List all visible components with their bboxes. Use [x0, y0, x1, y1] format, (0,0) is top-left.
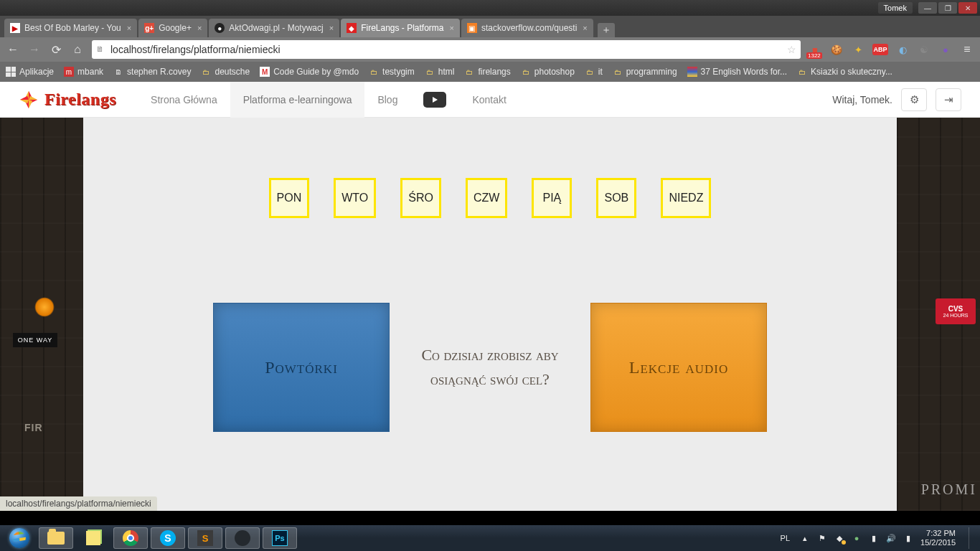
bookmark-mbank[interactable]: mmbank — [64, 67, 103, 77]
page-content: PON WTO ŚRO CZW PIĄ SOB NIEDZ Powtórki C… — [83, 118, 897, 511]
window-titlebar: Tomek — ❐ ✕ — [0, 0, 980, 16]
address-bar[interactable]: 🗎 ☆ — [92, 40, 801, 59]
logout-button[interactable]: ⇥ — [936, 88, 961, 111]
card-lekcje-audio[interactable]: Lekcje audio — [590, 303, 767, 432]
nav-contact[interactable]: Kontakt — [459, 82, 519, 118]
chrome-menu-button[interactable]: ≡ — [960, 42, 974, 57]
tray-app-icon[interactable]: ◆ — [834, 533, 844, 543]
close-icon[interactable]: × — [127, 24, 131, 32]
taskbar-photoshop[interactable]: Ps — [263, 527, 297, 549]
battery-icon[interactable]: ▮ — [903, 533, 913, 543]
page-viewport: ONE WAY FIR CVS 24 HOURS PROMI Firelangs… — [0, 82, 980, 511]
new-tab-button[interactable]: ＋ — [598, 23, 615, 37]
bookmark-label: firelangs — [478, 67, 510, 77]
extension-icon[interactable]: ✦ — [851, 42, 865, 57]
taskbar-skype[interactable]: S — [151, 527, 185, 549]
extension-icon[interactable]: 🍪 — [829, 42, 844, 57]
show-desktop-button[interactable] — [969, 527, 976, 549]
close-icon[interactable]: × — [197, 24, 202, 32]
cards-row: Powtórki Co dzisiaj zrobisz aby osiągnąć… — [83, 303, 897, 432]
gear-icon: ⚙ — [910, 93, 919, 106]
googleplus-notifier-icon[interactable]: ■1322 — [808, 42, 822, 57]
bookmark-folder-ksiazki[interactable]: 🗀Ksiazki o skuteczny... — [797, 67, 892, 77]
day-czw[interactable]: CZW — [466, 178, 507, 218]
tab-stackoverflow[interactable]: ▣ stackoverflow.com/questi × — [461, 19, 593, 37]
day-niedz[interactable]: NIEDZ — [661, 178, 711, 218]
bookmark-folder-html[interactable]: 🗀html — [425, 67, 455, 77]
bookmark-star-icon[interactable]: ☆ — [787, 44, 796, 55]
bookmark-label: Code Guide by @mdo — [273, 67, 359, 77]
day-pon[interactable]: PON — [269, 178, 310, 218]
page-icon: 🗎 — [113, 67, 123, 77]
logo-icon — [19, 90, 39, 110]
tab-title: FireLangs - Platforma — [361, 23, 443, 33]
folder-icon: 🗀 — [201, 67, 211, 77]
card-powtorki[interactable]: Powtórki — [213, 303, 390, 432]
day-sob[interactable]: SOB — [596, 178, 636, 218]
folder-icon: 🗀 — [464, 67, 474, 77]
day-pia[interactable]: PIĄ — [532, 178, 572, 218]
folder-icon: 🗀 — [369, 67, 379, 77]
taskbar-github[interactable] — [225, 527, 260, 549]
settings-button[interactable]: ⚙ — [901, 88, 927, 111]
bookmark-label: photoshop — [534, 67, 575, 77]
forward-button[interactable]: → — [27, 42, 42, 57]
bookmarks-bar: Aplikacje mmbank 🗎stephen R.covey 🗀deuts… — [0, 62, 980, 82]
tray-chevron-up-icon[interactable]: ▴ — [800, 533, 810, 543]
tab-title: stackoverflow.com/questi — [481, 23, 577, 33]
day-sro[interactable]: ŚRO — [400, 178, 441, 218]
adblock-icon[interactable]: ABP — [872, 44, 888, 55]
network-icon[interactable]: ▮ — [869, 533, 879, 543]
chrome-icon — [123, 530, 138, 546]
language-indicator[interactable]: PL — [778, 532, 793, 544]
bookmark-folder-photoshop[interactable]: 🗀photoshop — [521, 67, 575, 77]
tab-title: Best Of Bob Marley - You — [24, 23, 121, 33]
bookmark-37english[interactable]: 37 English Words for... — [687, 67, 788, 77]
nav-blog[interactable]: Blog — [364, 82, 410, 118]
day-wto[interactable]: WTO — [334, 178, 376, 218]
taskbar-stickynotes[interactable] — [76, 527, 110, 549]
close-icon[interactable]: × — [450, 24, 454, 32]
bookmark-folder-deutsche[interactable]: 🗀deutsche — [201, 67, 250, 77]
start-button[interactable] — [4, 527, 34, 549]
tray-app-icon[interactable]: ● — [852, 533, 862, 543]
taskbar-explorer[interactable] — [39, 527, 73, 549]
volume-icon[interactable]: 🔊 — [886, 533, 896, 543]
taskbar-sublime[interactable]: S — [188, 527, 222, 549]
folder-icon: 🗀 — [797, 67, 807, 77]
reload-button[interactable]: ⟳ — [49, 42, 63, 57]
bookmark-folder-programming[interactable]: 🗀programming — [613, 67, 677, 77]
tab-googleplus[interactable]: g+ Google+ × — [138, 19, 207, 37]
bookmark-codeguide[interactable]: MCode Guide by @mdo — [260, 67, 359, 77]
close-icon[interactable]: × — [583, 24, 587, 32]
window-minimize-button[interactable]: — — [918, 2, 937, 14]
url-input[interactable] — [110, 44, 787, 55]
close-icon[interactable]: × — [329, 24, 334, 32]
bookmark-covey[interactable]: 🗎stephen R.covey — [113, 67, 191, 77]
nav-home[interactable]: Strona Główna — [138, 82, 230, 118]
apps-button[interactable]: Aplikacje — [6, 67, 54, 77]
bookmark-folder-testygim[interactable]: 🗀testygim — [369, 67, 415, 77]
home-button[interactable]: ⌂ — [70, 42, 85, 57]
tab-aktodwagi[interactable]: ● AktOdwagi.pl - Motywacj × — [209, 19, 339, 37]
system-tray: PL ▴ ⚑ ◆ ● ▮ 🔊 ▮ 7:32 PM 15/2/2015 — [778, 527, 976, 549]
extension-icon[interactable]: ◐ — [895, 42, 910, 57]
extension-icon[interactable]: ☯ — [917, 42, 931, 57]
site-logo[interactable]: Firelangs — [19, 90, 116, 110]
window-close-button[interactable]: ✕ — [958, 2, 977, 14]
action-center-icon[interactable]: ⚑ — [817, 533, 827, 543]
window-maximize-button[interactable]: ❐ — [938, 2, 957, 14]
bookmark-folder-it[interactable]: 🗀it — [585, 67, 603, 77]
bookmark-folder-firelangs[interactable]: 🗀firelangs — [464, 67, 510, 77]
tray-clock[interactable]: 7:32 PM 15/2/2015 — [920, 529, 956, 547]
extension-icon[interactable]: ● — [938, 42, 953, 57]
taskbar-chrome[interactable] — [113, 527, 148, 549]
nav-platform[interactable]: Platforma e-learningowa — [230, 82, 365, 118]
tray-time: 7:32 PM — [920, 529, 956, 538]
tab-youtube[interactable]: ▶ Best Of Bob Marley - You × — [4, 19, 137, 37]
tab-firelangs[interactable]: ◆ FireLangs - Platforma × — [341, 19, 460, 37]
bookmark-label: programming — [626, 67, 677, 77]
apps-label: Aplikacje — [19, 67, 54, 77]
back-button[interactable]: ← — [6, 42, 20, 57]
youtube-icon[interactable] — [423, 92, 446, 108]
